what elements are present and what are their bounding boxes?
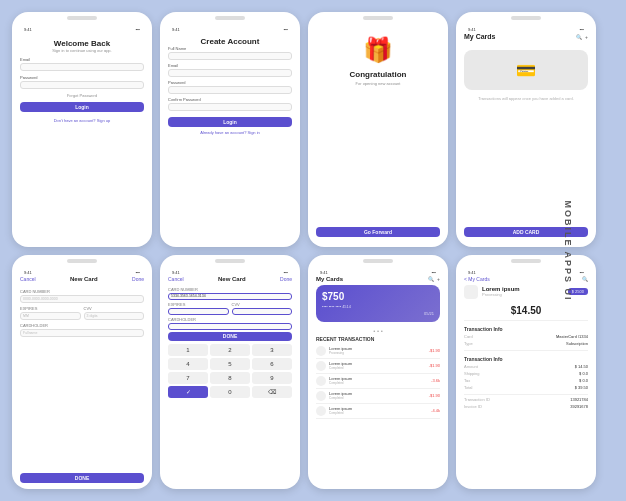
- email-label: Email: [20, 57, 144, 62]
- keypad-key[interactable]: 0: [210, 386, 250, 398]
- tx-icon: [316, 361, 326, 371]
- ca-email-input[interactable]: [168, 69, 292, 77]
- my-cards-title: My Cards: [464, 33, 496, 40]
- table-row: Invoice ID39291678: [464, 404, 588, 409]
- keypad-key[interactable]: 5: [210, 358, 250, 370]
- expiry-input[interactable]: MM: [20, 312, 81, 320]
- keypad-key[interactable]: 1: [168, 344, 208, 356]
- go-forward-label: Go Forward: [364, 229, 392, 235]
- tx-details: Lorem ipsum Processing: [329, 346, 352, 355]
- phone-create-account: 9:41▪▪▪ Create Account Full Name Email P…: [160, 12, 300, 247]
- phone-transaction-detail: 9:41▪▪▪ < My Cards 🔍 Lorem ipsum Process…: [456, 255, 596, 490]
- transactions-list: Lorem ipsum Processing -$1.90 Lorem ipsu…: [316, 344, 440, 419]
- login-label: Login: [75, 104, 89, 110]
- status-bar-4: 9:41▪▪▪: [464, 26, 588, 33]
- divider-3: [464, 394, 588, 395]
- keypad-key[interactable]: ⌫: [252, 386, 292, 398]
- cvv-input[interactable]: 3 digits: [84, 312, 145, 320]
- tx-icon: [316, 376, 326, 386]
- keypad-key[interactable]: 9: [252, 372, 292, 384]
- done-button-2[interactable]: Done: [280, 276, 292, 282]
- list-item[interactable]: Lorem ipsum Completed -4.4k: [316, 404, 440, 419]
- expiry-input-2[interactable]: [168, 308, 229, 315]
- keypad-key[interactable]: 7: [168, 372, 208, 384]
- new-card-nav-2: Cancel New Card Done: [168, 276, 292, 282]
- signup-prompt: Don't have an account? Sign up: [20, 118, 144, 123]
- table-row: TypeSubscription: [464, 341, 588, 346]
- cvv-label: CVV: [84, 306, 145, 311]
- tx-details: Lorem ipsum Completed: [329, 361, 352, 370]
- cancel-button-2[interactable]: Cancel: [168, 276, 184, 282]
- ca-email-label: Email: [168, 63, 292, 68]
- ca-login-button[interactable]: Login: [168, 117, 292, 127]
- card-number-label: CARD NUMBER: [20, 289, 144, 294]
- signin-prompt: Already have an account? Sign in: [168, 130, 292, 135]
- section-title-1: Transaction Info: [464, 326, 588, 332]
- section-title-2: Transaction Info: [464, 356, 588, 362]
- new-card-nav: Cancel New Card Done: [20, 276, 144, 282]
- fields-section-1: CardMasterCard /1334TypeSubscription: [464, 334, 588, 348]
- keypad-key[interactable]: 3: [252, 344, 292, 356]
- list-item[interactable]: Lorem ipsum Completed -$1.90: [316, 359, 440, 374]
- card-number-input-2[interactable]: 5334-3563-1654-3134: [168, 293, 292, 300]
- status-bar-6: 9:41▪▪▪: [168, 269, 292, 276]
- fields-section-3: Transaction ID13921784Invoice ID39291678: [464, 397, 588, 411]
- done-label: DONE: [75, 475, 89, 481]
- card-expiry: 05/21: [424, 311, 434, 316]
- cardholder-input-2[interactable]: [168, 323, 292, 330]
- header-icons: 🔍 +: [576, 34, 588, 40]
- search-icon-7[interactable]: 🔍: [428, 276, 434, 282]
- phone-congratulation: 🎁 Congratulation For opening new account…: [308, 12, 448, 247]
- search-icon[interactable]: 🔍: [576, 34, 582, 40]
- cancel-button[interactable]: Cancel: [20, 276, 36, 282]
- card-balance: $750: [322, 291, 434, 302]
- keypad-key[interactable]: 2: [210, 344, 250, 356]
- cvv-input-2[interactable]: [232, 308, 293, 315]
- confirm-label: Confirm Password: [168, 97, 292, 102]
- my-cards-header: My Cards 🔍 +: [464, 33, 588, 40]
- add-icon[interactable]: +: [585, 34, 588, 40]
- status-bar-7: 9:41▪▪▪: [316, 269, 440, 276]
- ca-password-input[interactable]: [168, 86, 292, 94]
- ca-login-label: Login: [223, 119, 237, 125]
- list-item[interactable]: Lorem ipsum Completed -$1.90: [316, 389, 440, 404]
- watermark-text: MOBILE APPS UI: [562, 200, 572, 301]
- email-input[interactable]: [20, 63, 144, 71]
- table-row: Shipping$ 0.0: [464, 371, 588, 376]
- new-card-title-2: New Card: [218, 276, 246, 282]
- done-submit-button-2[interactable]: DONE: [168, 332, 292, 341]
- keypad-key[interactable]: 8: [210, 372, 250, 384]
- app-grid: 9:41▪▪▪ Welcome Back Sign in to continue…: [0, 0, 626, 501]
- cardholder-label: CARDHOLDER: [20, 323, 144, 328]
- card-number-label-2: CARD NUMBER: [168, 287, 292, 292]
- status-bar-1: 9:41▪▪▪: [20, 26, 144, 33]
- list-item[interactable]: Lorem ipsum Processing -$1.90: [316, 344, 440, 359]
- done-button[interactable]: Done: [132, 276, 144, 282]
- keypad-key[interactable]: ✓: [168, 386, 208, 398]
- keypad-key[interactable]: 6: [252, 358, 292, 370]
- password-label: Password: [20, 75, 144, 80]
- done-submit-button[interactable]: DONE: [20, 473, 144, 483]
- login-button[interactable]: Login: [20, 102, 144, 112]
- card-placeholder: 💳: [464, 50, 588, 90]
- fullname-input[interactable]: [168, 52, 292, 60]
- keypad-key[interactable]: 4: [168, 358, 208, 370]
- card-number-input[interactable]: 0000-0000-0000-0000: [20, 295, 144, 303]
- phone-new-card-keypad: 9:41▪▪▪ Cancel New Card Done CARD NUMBER…: [160, 255, 300, 490]
- back-button[interactable]: < My Cards: [464, 276, 490, 282]
- my-cards-title-7: My Cards: [316, 276, 343, 282]
- search-icon-8[interactable]: 🔍: [582, 276, 588, 282]
- confirm-input[interactable]: [168, 103, 292, 111]
- add-icon-7[interactable]: +: [437, 276, 440, 282]
- done-label-2: DONE: [223, 333, 237, 339]
- tx-icon: [316, 346, 326, 356]
- cardholder-input[interactable]: Fullname: [20, 329, 144, 337]
- password-input[interactable]: [20, 81, 144, 89]
- go-forward-button[interactable]: Go Forward: [316, 227, 440, 237]
- expiry-cvv-row-2: EXPIRES CVV: [168, 300, 292, 315]
- table-row: Tax$ 0.0: [464, 378, 588, 383]
- detail-item-icon: [464, 285, 478, 299]
- forgot-password[interactable]: Forgot Password: [20, 93, 144, 98]
- card-message: Transactions will appear once you have a…: [464, 96, 588, 101]
- list-item[interactable]: Lorem ipsum Completed -3.6k: [316, 374, 440, 389]
